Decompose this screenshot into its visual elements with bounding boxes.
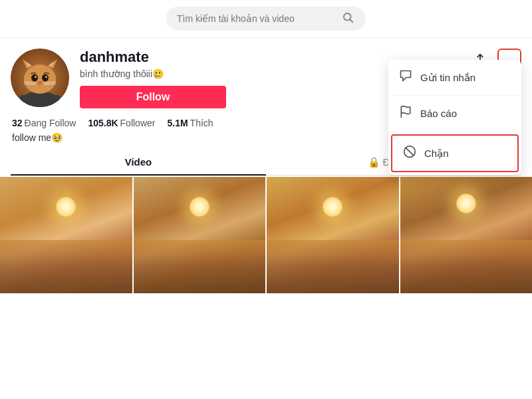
svg-marker-20 [401,71,411,81]
tab-video[interactable]: Video [11,150,266,175]
following-count: 32 [12,118,23,128]
block-label: Chặn [424,148,449,160]
following-label: Đang Follow [25,118,76,128]
block-icon [403,145,416,162]
menu-item-report[interactable]: Báo cáo [388,96,521,132]
follow-button[interactable]: Follow [80,86,226,108]
followers-count: 105.8K [88,118,118,128]
message-icon [399,69,412,86]
video-thumb-2[interactable] [134,177,266,293]
svg-point-6 [24,65,56,94]
stat-following: 32Đang Follow [12,118,76,128]
video-thumb-4[interactable] [400,177,533,293]
svg-point-11 [31,74,38,82]
svg-point-13 [35,76,37,78]
followers-label: Follower [120,118,156,128]
svg-point-14 [45,76,47,78]
video-grid [0,177,532,293]
avatar [11,49,69,107]
lock-icon: 🔒 [368,156,380,168]
svg-line-23 [406,148,414,156]
message-label: Gửi tin nhắn [420,72,475,84]
stat-followers: 105.8KFollower [88,118,155,128]
likes-label: Thích [190,118,213,128]
svg-point-12 [42,74,49,82]
search-bar [0,0,532,38]
search-icon [342,11,354,26]
svg-rect-5 [20,95,60,107]
tab-video-label: Video [125,156,152,168]
video-thumb-3[interactable] [267,177,399,293]
dropdown-menu: Gửi tin nhắn Báo cáo Chặn [388,60,521,175]
menu-item-message[interactable]: Gửi tin nhắn [388,60,521,96]
svg-point-15 [38,81,42,84]
search-input[interactable] [177,13,336,24]
likes-count: 5.1M [167,118,188,128]
report-label: Báo cáo [420,108,457,119]
svg-line-1 [350,19,352,22]
search-input-wrap[interactable] [166,7,366,31]
menu-item-block[interactable]: Chặn [391,134,519,172]
stat-likes: 5.1MThích [167,118,213,128]
video-thumb-1[interactable] [0,177,132,293]
report-icon [399,105,412,122]
